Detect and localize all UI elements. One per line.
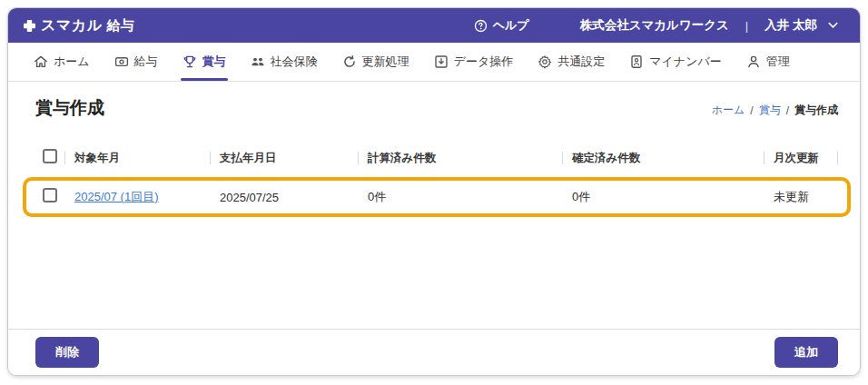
nav-label: 賞与	[202, 54, 226, 70]
column-header-confirmed-count: 確定済み件数	[562, 151, 764, 166]
logo-suffix-text: 給与	[107, 17, 134, 35]
top-bar: スマカル 給与 ヘルプ 株式会社スマカルワークス | 入井 太郎	[8, 8, 860, 43]
question-circle-icon	[474, 19, 488, 33]
nav-item-common-settings[interactable]: 共通設定	[538, 43, 605, 81]
table-row: 2025/07 (1回目) 2025/07/25 0件 0件 未更新	[23, 177, 851, 217]
banknote-icon	[114, 54, 129, 69]
nav-label: データ操作	[454, 54, 514, 70]
cell-monthly-update: 未更新	[764, 189, 838, 205]
app-window: スマカル 給与 ヘルプ 株式会社スマカルワークス | 入井 太郎 ホー	[7, 7, 861, 376]
row-checkbox-cell	[35, 188, 64, 206]
trophy-icon	[182, 54, 197, 69]
cell-calculated-count: 0件	[358, 189, 562, 205]
plus-logo-icon	[23, 19, 36, 33]
nav-label: 社会保険	[271, 54, 318, 70]
nav-item-home[interactable]: ホーム	[34, 43, 90, 81]
add-button[interactable]: 追加	[774, 337, 838, 368]
delete-button[interactable]: 削除	[35, 337, 99, 368]
help-link[interactable]: ヘルプ	[474, 17, 529, 34]
nav-item-update[interactable]: 更新処理	[342, 43, 409, 81]
column-header-end-divider	[837, 144, 838, 172]
user-name: 入井 太郎	[764, 17, 817, 34]
breadcrumb-separator: /	[750, 104, 753, 117]
table-header: 対象年月 支払年月日 計算済み件数 確定済み件数 月次更新	[35, 144, 838, 172]
nav-item-social-insurance[interactable]: 社会保険	[251, 43, 318, 81]
breadcrumb-separator: /	[786, 104, 789, 117]
home-icon	[34, 54, 48, 69]
nav-item-my-number[interactable]: マイナンバー	[629, 43, 722, 81]
refresh-icon	[342, 54, 357, 69]
people-icon	[251, 54, 265, 69]
nav-item-admin[interactable]: 管理	[746, 43, 790, 81]
breadcrumb-bonus-link[interactable]: 賞与	[759, 103, 781, 118]
nav-label: マイナンバー	[649, 54, 722, 70]
column-header-payment-date: 支払年月日	[210, 151, 358, 166]
column-header-target-month: 対象年月	[64, 151, 210, 166]
breadcrumb-current: 賞与作成	[794, 103, 838, 118]
breadcrumb-home-link[interactable]: ホーム	[712, 103, 745, 118]
target-month-link[interactable]: 2025/07 (1回目)	[74, 190, 159, 203]
page-title: 賞与作成	[35, 96, 104, 120]
logo-brand-text: スマカル	[41, 16, 103, 35]
topbar-divider: |	[745, 19, 748, 33]
id-card-icon	[629, 54, 644, 69]
breadcrumb: ホーム / 賞与 / 賞与作成	[712, 103, 838, 120]
cell-payment-date: 2025/07/25	[210, 191, 358, 204]
nav-label: 管理	[766, 54, 790, 70]
cell-target-month: 2025/07 (1回目)	[64, 189, 210, 205]
cell-confirmed-count: 0件	[562, 189, 764, 205]
select-all-cell	[35, 149, 64, 167]
main-content: 賞与作成 ホーム / 賞与 / 賞与作成 対象年月 支払年月日 計算済み件数 確…	[8, 82, 860, 329]
action-bar: 削除 追加	[8, 329, 860, 375]
column-header-calculated-count: 計算済み件数	[358, 151, 562, 166]
nav-item-payroll[interactable]: 給与	[114, 43, 158, 81]
row-checkbox[interactable]	[43, 188, 57, 202]
user-menu[interactable]: 入井 太郎	[764, 17, 838, 34]
nav-label: ホーム	[54, 54, 90, 70]
chevron-down-icon	[828, 22, 838, 29]
help-label: ヘルプ	[493, 17, 529, 34]
nav-item-data-operations[interactable]: データ操作	[434, 43, 514, 81]
select-all-checkbox[interactable]	[43, 149, 57, 163]
main-nav: ホーム 給与 賞与 社会保険 更新処理 データ操作 共通設定 マイナンバー	[8, 43, 860, 82]
app-logo: スマカル 給与	[23, 16, 134, 35]
nav-label: 共通設定	[557, 54, 605, 70]
nav-item-bonus[interactable]: 賞与	[182, 43, 226, 81]
nav-label: 更新処理	[362, 54, 409, 70]
company-name: 株式会社スマカルワークス	[580, 17, 729, 34]
download-box-icon	[434, 54, 449, 69]
gear-icon	[538, 54, 552, 69]
nav-label: 給与	[134, 54, 158, 70]
column-header-monthly-update: 月次更新	[764, 151, 837, 166]
person-icon	[746, 54, 761, 69]
